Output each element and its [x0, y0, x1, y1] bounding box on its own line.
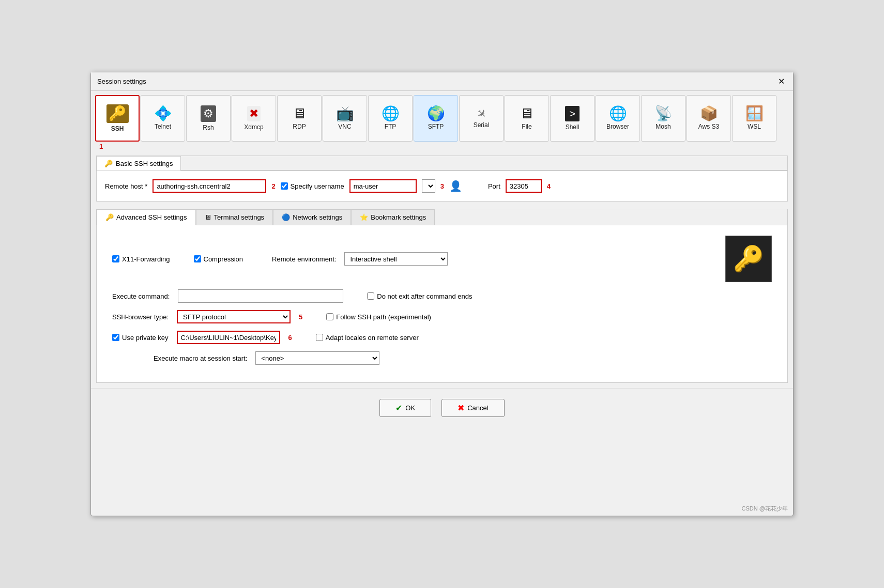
cancel-icon: ✖ — [458, 403, 464, 413]
row-execute-command: Execute command: Do not exit after comma… — [112, 289, 772, 303]
protocol-tab-telnet[interactable]: 💠 Telnet — [141, 95, 185, 142]
protocol-tab-xdmcp[interactable]: ✖ Xdmcp — [232, 95, 276, 142]
protocol-tab-mosh-label: Mosh — [656, 123, 670, 130]
use-private-key-label: Use private key — [112, 334, 169, 342]
execute-command-input[interactable] — [178, 289, 343, 303]
advanced-ssh-label: Advanced SSH settings — [116, 213, 187, 221]
wsl-icon: 🪟 — [745, 106, 764, 121]
protocol-tab-rsh[interactable]: ⚙ Rsh — [186, 95, 231, 142]
x11-forwarding-label: X11-Forwarding — [112, 255, 170, 263]
protocol-tab-mosh[interactable]: 📡 Mosh — [641, 95, 685, 142]
execute-command-label: Execute command: — [112, 292, 170, 300]
vnc-icon: 📺 — [336, 106, 354, 121]
remote-env-label: Remote environment: — [272, 255, 336, 263]
protocol-tab-serial[interactable]: ✈ Serial — [459, 95, 504, 142]
row-ssh-browser: SSH-browser type: SFTP protocol SCP prot… — [112, 310, 772, 323]
advanced-content: X11-Forwarding Compression Remote enviro… — [97, 225, 787, 382]
serial-icon: ✈ — [474, 106, 489, 121]
execute-macro-label: Execute macro at session start: — [154, 354, 247, 362]
basic-ssh-tab[interactable]: 🔑 Basic SSH settings — [97, 156, 181, 171]
port-input[interactable] — [506, 179, 542, 193]
browser-icon: 🌐 — [609, 106, 627, 121]
protocol-tab-shell[interactable]: > Shell — [550, 95, 595, 142]
protocol-tab-rdp[interactable]: 🖥 RDP — [277, 95, 322, 142]
protocol-tab-sftp-label: SFTP — [428, 123, 444, 130]
bookmark-icon: ⭐ — [360, 213, 368, 221]
xdmcp-icon: ✖ — [247, 106, 261, 121]
do-not-exit-checkbox[interactable] — [367, 292, 374, 300]
protocol-tabs: 🔑 SSH 1 💠 Telnet ⚙ Rsh ✖ Xdmcp 🖥 RDP 📺 V… — [91, 91, 793, 150]
tab-terminal[interactable]: 🖥 Terminal settings — [196, 209, 273, 225]
basic-ssh-tab-icon: 🔑 — [104, 160, 113, 167]
remote-env-select[interactable]: Interactive shell Custom command SFTP su… — [344, 252, 448, 266]
row-x11-compression: X11-Forwarding Compression Remote enviro… — [112, 236, 772, 282]
specify-username-label: Specify username — [281, 182, 344, 190]
x11-forwarding-checkbox[interactable] — [112, 255, 119, 262]
key-icon: 🔑 — [733, 244, 764, 273]
tab-network[interactable]: 🔵 Network settings — [273, 209, 351, 225]
use-private-key-checkbox[interactable] — [112, 334, 119, 341]
username-dropdown[interactable] — [422, 179, 435, 193]
protocol-tab-ftp-label: FTP — [385, 123, 397, 130]
protocol-tab-ftp[interactable]: 🌐 FTP — [368, 95, 413, 142]
annotation-5: 5 — [299, 313, 302, 321]
private-key-input[interactable] — [177, 331, 280, 344]
network-icon: 🔵 — [282, 213, 290, 221]
advanced-ssh-panel: 🔑 Advanced SSH settings 🖥 Terminal setti… — [96, 209, 788, 383]
protocol-tab-awss3[interactable]: 📦 Aws S3 — [687, 95, 731, 142]
advanced-ssh-icon: 🔑 — [105, 213, 114, 221]
compression-checkbox[interactable] — [194, 255, 201, 262]
sftp-icon: 🌍 — [427, 106, 445, 121]
port-label: Port — [488, 182, 500, 190]
protocol-tab-file[interactable]: 🖥 File — [505, 95, 549, 142]
row-private-key: Use private key 6 Adapt locales on remot… — [112, 331, 772, 344]
protocol-tab-serial-label: Serial — [474, 121, 490, 129]
rdp-icon: 🖥 — [292, 106, 307, 121]
close-button[interactable]: ✕ — [776, 76, 787, 86]
protocol-tab-sftp[interactable]: 🌍 SFTP — [414, 95, 458, 142]
annotation-3: 3 — [440, 182, 444, 190]
specify-username-checkbox[interactable] — [281, 182, 288, 190]
row-execute-macro: Execute macro at session start: <none> — [112, 351, 772, 365]
protocol-tab-telnet-label: Telnet — [155, 123, 171, 130]
adapt-locales-checkbox[interactable] — [316, 334, 323, 341]
annotation-2: 2 — [271, 182, 275, 190]
protocol-tab-ssh-label: SSH — [111, 125, 124, 132]
follow-ssh-checkbox[interactable] — [326, 313, 333, 320]
ok-button[interactable]: ✔ OK — [379, 399, 431, 417]
protocol-tab-vnc[interactable]: 📺 VNC — [323, 95, 367, 142]
ssh-browser-select[interactable]: SFTP protocol SCP protocol — [177, 310, 291, 323]
cancel-button[interactable]: ✖ Cancel — [441, 399, 504, 417]
protocol-tab-browser[interactable]: 🌐 Browser — [596, 95, 640, 142]
execute-macro-select[interactable]: <none> — [255, 351, 379, 365]
protocol-tab-rdp-label: RDP — [293, 123, 306, 130]
compression-label: Compression — [194, 255, 243, 263]
protocol-tab-vnc-label: VNC — [338, 123, 351, 130]
ssh-browser-label: SSH-browser type: — [112, 313, 169, 321]
ftp-icon: 🌐 — [382, 106, 400, 121]
protocol-tab-ssh[interactable]: 🔑 SSH — [95, 95, 140, 142]
basic-ssh-content: Remote host * 2 Specify username 3 👤 Por… — [97, 171, 787, 201]
remote-host-input[interactable] — [153, 179, 266, 193]
awss3-icon: 📦 — [700, 106, 718, 121]
terminal-icon: 🖥 — [205, 213, 211, 221]
terminal-label: Terminal settings — [214, 213, 265, 221]
basic-ssh-panel: 🔑 Basic SSH settings Remote host * 2 Spe… — [96, 156, 788, 202]
telnet-icon: 💠 — [154, 106, 172, 121]
tab-advanced-ssh[interactable]: 🔑 Advanced SSH settings — [97, 209, 196, 225]
tab-bookmark[interactable]: ⭐ Bookmark settings — [351, 209, 435, 225]
file-icon: 🖥 — [520, 106, 534, 121]
title-bar: Session settings ✕ — [91, 72, 793, 91]
advanced-tabs: 🔑 Advanced SSH settings 🖥 Terminal setti… — [97, 209, 787, 225]
protocol-tab-shell-label: Shell — [566, 123, 580, 131]
key-icon-box: 🔑 — [725, 236, 772, 282]
protocol-tab-wsl[interactable]: 🪟 WSL — [732, 95, 776, 142]
session-settings-dialog: Session settings ✕ 🔑 SSH 1 💠 Telnet ⚙ Rs… — [90, 72, 794, 516]
rsh-icon: ⚙ — [201, 105, 216, 122]
protocol-tab-xdmcp-label: Xdmcp — [244, 123, 263, 131]
protocol-tab-awss3-label: Aws S3 — [698, 123, 719, 130]
remote-host-label: Remote host * — [105, 182, 147, 190]
protocol-tab-file-label: File — [522, 123, 531, 130]
protocol-tab-browser-label: Browser — [606, 123, 629, 130]
username-input[interactable] — [349, 179, 417, 193]
